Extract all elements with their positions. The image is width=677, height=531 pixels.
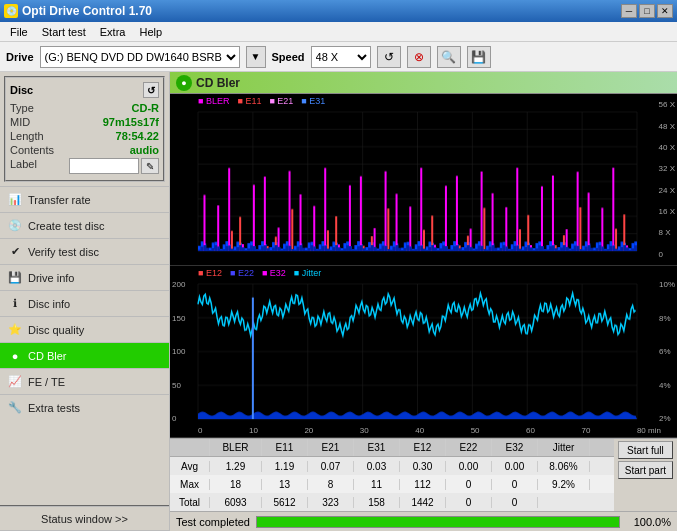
stats-col-e31: E31	[354, 439, 400, 456]
sidebar-item-cd-bler[interactable]: ● CD Bler	[0, 342, 169, 368]
stats-avg-label: Avg	[170, 461, 210, 472]
stats-avg-row: Avg 1.29 1.19 0.07 0.03 0.30 0.00 0.00 8…	[170, 457, 614, 475]
stats-avg-e32: 0.00	[492, 461, 538, 472]
sidebar-item-fe-te[interactable]: 📈 FE / TE	[0, 368, 169, 394]
app-title: Opti Drive Control 1.70	[22, 4, 152, 18]
chart-top-y-axis: 56 X48 X40 X32 X24 X16 X8 X0	[659, 94, 675, 265]
menu-extra[interactable]: Extra	[94, 24, 132, 40]
disc-refresh-button[interactable]: ↺	[143, 82, 159, 98]
stats-total-e31: 158	[354, 497, 400, 508]
drive-select[interactable]: (G:) BENQ DVD DD DW1640 BSRB	[40, 46, 240, 68]
stats-area: BLER E11 E21 E31 E12 E22 E32 Jitter Avg …	[170, 438, 677, 511]
drive-info-icon: 💾	[8, 271, 22, 285]
label-input[interactable]	[69, 158, 139, 174]
sidebar-item-disc-quality[interactable]: ⭐ Disc quality	[0, 316, 169, 342]
stats-header-row: BLER E11 E21 E31 E12 E22 E32 Jitter	[170, 439, 614, 457]
stats-col-e12: E12	[400, 439, 446, 456]
label-action-button[interactable]: ✎	[141, 158, 159, 174]
close-button[interactable]: ✕	[657, 4, 673, 18]
stats-max-jitter: 9.2%	[538, 479, 590, 490]
status-window-button[interactable]: Status window >>	[0, 505, 169, 531]
refresh-button[interactable]: ↺	[377, 46, 401, 68]
stats-total-e11: 5612	[262, 497, 308, 508]
chart-x-axis: 01020304050607080 min	[198, 426, 661, 435]
main-area: Disc ↺ Type CD-R MID 97m15s17f Length 78…	[0, 72, 677, 531]
drive-arrow-button[interactable]: ▼	[246, 46, 266, 68]
menu-help[interactable]: Help	[133, 24, 168, 40]
sidebar-item-transfer-rate[interactable]: 📊 Transfer rate	[0, 186, 169, 212]
disc-info-icon: ℹ	[8, 297, 22, 311]
stats-col-bler: BLER	[210, 439, 262, 456]
sidebar-item-label: Disc quality	[28, 324, 84, 336]
extra-tests-icon: 🔧	[8, 401, 22, 415]
disc-type-row: Type CD-R	[10, 102, 159, 114]
sidebar-item-label: Extra tests	[28, 402, 80, 414]
content-title: CD Bler	[196, 76, 240, 90]
stats-total-e12: 1442	[400, 497, 446, 508]
content-area: ● CD Bler ■ BLER ■ E11 ■ E21 ■ E31 56 X4…	[170, 72, 677, 531]
stats-avg-e11: 1.19	[262, 461, 308, 472]
stats-avg-e31: 0.03	[354, 461, 400, 472]
disc-label-row: Label ✎	[10, 158, 159, 174]
titlebar-controls[interactable]: ─ □ ✕	[621, 4, 673, 18]
save-button[interactable]: 💾	[467, 46, 491, 68]
create-test-disc-icon: 💿	[8, 219, 22, 233]
transfer-rate-icon: 📊	[8, 193, 22, 207]
stats-max-e12: 112	[400, 479, 446, 490]
menu-start-test[interactable]: Start test	[36, 24, 92, 40]
minimize-button[interactable]: ─	[621, 4, 637, 18]
start-full-button[interactable]: Start full	[618, 441, 673, 459]
stats-max-e32: 0	[492, 479, 538, 490]
stats-col-empty	[170, 439, 210, 456]
progress-area: Test completed 100.0%	[170, 511, 677, 531]
stats-col-e11: E11	[262, 439, 308, 456]
stats-total-e22: 0	[446, 497, 492, 508]
sidebar-item-extra-tests[interactable]: 🔧 Extra tests	[0, 394, 169, 420]
sidebar-item-label: Disc info	[28, 298, 70, 310]
stats-total-label: Total	[170, 497, 210, 508]
disc-panel: Disc ↺ Type CD-R MID 97m15s17f Length 78…	[4, 76, 165, 182]
sidebar-item-disc-info[interactable]: ℹ Disc info	[0, 290, 169, 316]
fe-te-icon: 📈	[8, 375, 22, 389]
legend-e11: ■ E11	[237, 96, 261, 106]
disc-contents-key: Contents	[10, 144, 54, 156]
disc-length-row: Length 78:54.22	[10, 130, 159, 142]
maximize-button[interactable]: □	[639, 4, 655, 18]
legend-e12: ■ E12	[198, 268, 222, 278]
progress-fill	[257, 517, 619, 527]
erase-button[interactable]: ⊗	[407, 46, 431, 68]
sidebar-item-label: Verify test disc	[28, 246, 99, 258]
legend-jitter: ■ Jitter	[294, 268, 321, 278]
drivebar: Drive (G:) BENQ DVD DD DW1640 BSRB ▼ Spe…	[0, 42, 677, 72]
titlebar-left: 💿 Opti Drive Control 1.70	[4, 4, 152, 18]
sidebar-item-label: Create test disc	[28, 220, 104, 232]
menu-file[interactable]: File	[4, 24, 34, 40]
start-part-button[interactable]: Start part	[618, 461, 673, 479]
drive-label: Drive	[6, 51, 34, 63]
sidebar-item-label: FE / TE	[28, 376, 65, 388]
sidebar-item-drive-info[interactable]: 💾 Drive info	[0, 264, 169, 290]
disc-length-key: Length	[10, 130, 44, 142]
stats-col-e21: E21	[308, 439, 354, 456]
info-button[interactable]: 🔍	[437, 46, 461, 68]
stats-max-row: Max 18 13 8 11 112 0 0 9.2%	[170, 475, 614, 493]
stats-max-e31: 11	[354, 479, 400, 490]
stats-col-jitter: Jitter	[538, 439, 590, 456]
progress-percent: 100.0%	[626, 516, 671, 528]
stats-max-label: Max	[170, 479, 210, 490]
sidebar-item-create-test-disc[interactable]: 💿 Create test disc	[0, 212, 169, 238]
titlebar: 💿 Opti Drive Control 1.70 ─ □ ✕	[0, 0, 677, 22]
disc-quality-icon: ⭐	[8, 323, 22, 337]
stats-avg-bler: 1.29	[210, 461, 262, 472]
disc-mid-key: MID	[10, 116, 30, 128]
stats-max-e21: 8	[308, 479, 354, 490]
cd-bler-icon: ●	[8, 349, 22, 363]
disc-mid-row: MID 97m15s17f	[10, 116, 159, 128]
sidebar: Disc ↺ Type CD-R MID 97m15s17f Length 78…	[0, 72, 170, 531]
progress-label: Test completed	[176, 516, 250, 528]
chart-bottom-y-axis-right: 10%8%6%4%2%	[659, 280, 675, 423]
stats-col-e22: E22	[446, 439, 492, 456]
speed-select[interactable]: 48 X	[311, 46, 371, 68]
stats-total-e21: 323	[308, 497, 354, 508]
sidebar-item-verify-test-disc[interactable]: ✔ Verify test disc	[0, 238, 169, 264]
